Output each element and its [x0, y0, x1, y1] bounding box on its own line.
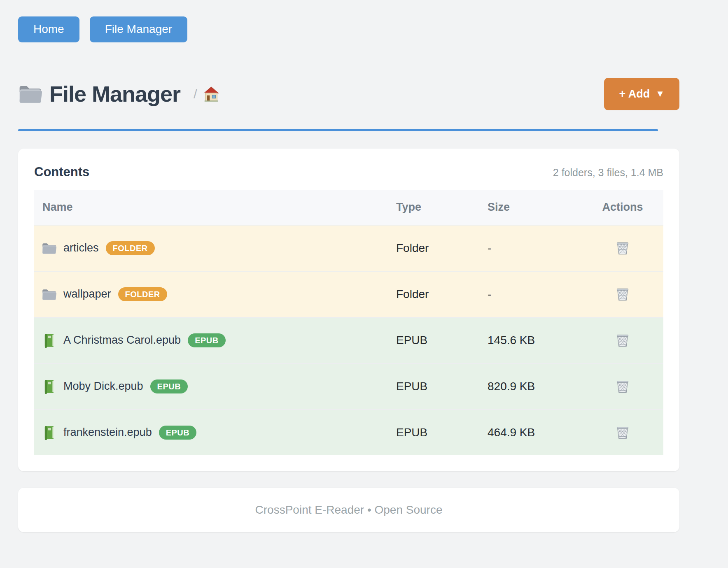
home-icon[interactable]	[203, 86, 219, 102]
book-icon	[42, 333, 56, 348]
table-header-row: Name Type Size Actions	[34, 190, 663, 225]
type-cell: Folder	[396, 288, 488, 301]
contents-card: Contents 2 folders, 3 files, 1.4 MB Name…	[18, 149, 679, 471]
files-table: Name Type Size Actions articles FOLDER F…	[34, 190, 663, 455]
item-name[interactable]: Moby Dick.epub	[63, 380, 143, 393]
file-manager-page: Home File Manager File Manager / + Add ▼…	[0, 0, 698, 532]
home-button[interactable]: Home	[18, 16, 79, 42]
table-row[interactable]: A Christmas Carol.epub EPUB EPUB 145.6 K…	[34, 317, 663, 363]
book-icon	[42, 379, 56, 394]
contents-card-header: Contents 2 folders, 3 files, 1.4 MB	[34, 165, 663, 179]
title-group: File Manager /	[18, 81, 219, 107]
name-cell: A Christmas Carol.epub EPUB	[34, 333, 396, 348]
name-cell: articles FOLDER	[34, 241, 396, 256]
add-button-label: + Add	[619, 88, 650, 100]
trash-icon	[615, 425, 630, 440]
file-manager-button[interactable]: File Manager	[90, 16, 187, 42]
contents-heading: Contents	[34, 165, 89, 179]
trash-icon	[615, 240, 630, 256]
footer-text: CrossPoint E-Reader • Open Source	[255, 503, 443, 516]
item-name[interactable]: A Christmas Carol.epub	[63, 334, 181, 347]
table-row[interactable]: wallpaper FOLDER Folder -	[34, 271, 663, 317]
folder-badge: FOLDER	[118, 287, 167, 301]
column-header-name: Name	[34, 201, 396, 214]
delete-button[interactable]	[614, 377, 632, 396]
chevron-down-icon: ▼	[656, 88, 665, 99]
delete-button[interactable]	[614, 423, 632, 442]
trash-icon	[615, 379, 630, 394]
folder-icon	[42, 287, 56, 302]
top-nav: Home File Manager	[18, 16, 698, 42]
size-cell: 820.9 KB	[488, 380, 582, 393]
epub-badge: EPUB	[150, 379, 188, 393]
page-header: File Manager / + Add ▼	[18, 78, 679, 110]
size-cell: -	[488, 242, 582, 255]
actions-cell	[582, 377, 663, 396]
column-header-actions: Actions	[582, 201, 663, 214]
table-row[interactable]: articles FOLDER Folder -	[34, 225, 663, 271]
column-header-type: Type	[396, 201, 488, 214]
footer-card: CrossPoint E-Reader • Open Source	[18, 488, 679, 532]
type-cell: EPUB	[396, 334, 488, 347]
item-name[interactable]: wallpaper	[63, 288, 111, 300]
actions-cell	[582, 239, 663, 258]
type-cell: EPUB	[396, 380, 488, 393]
book-icon	[42, 425, 56, 440]
epub-badge: EPUB	[159, 426, 197, 440]
actions-cell	[582, 331, 663, 350]
name-cell: wallpaper FOLDER	[34, 287, 396, 302]
delete-button[interactable]	[614, 239, 632, 258]
add-button[interactable]: + Add ▼	[604, 78, 679, 110]
type-cell: Folder	[396, 242, 488, 255]
breadcrumb-separator: /	[194, 86, 197, 102]
table-row[interactable]: Moby Dick.epub EPUB EPUB 820.9 KB	[34, 363, 663, 409]
name-cell: frankenstein.epub EPUB	[34, 425, 396, 440]
trash-icon	[615, 333, 630, 348]
page-title: File Manager	[49, 81, 180, 107]
folder-icon	[42, 241, 56, 256]
size-cell: 145.6 KB	[488, 334, 582, 347]
size-cell: -	[488, 288, 582, 301]
title-divider	[18, 129, 658, 131]
table-row[interactable]: frankenstein.epub EPUB EPUB 464.9 KB	[34, 409, 663, 455]
size-cell: 464.9 KB	[488, 426, 582, 439]
breadcrumb: /	[194, 86, 219, 102]
actions-cell	[582, 423, 663, 442]
epub-badge: EPUB	[188, 333, 226, 347]
type-cell: EPUB	[396, 426, 488, 439]
item-name[interactable]: frankenstein.epub	[63, 426, 152, 439]
actions-cell	[582, 285, 663, 304]
folder-icon	[18, 82, 42, 106]
contents-summary: 2 folders, 3 files, 1.4 MB	[553, 167, 663, 179]
folder-badge: FOLDER	[106, 241, 155, 255]
item-name[interactable]: articles	[63, 242, 99, 254]
delete-button[interactable]	[614, 331, 632, 350]
trash-icon	[615, 286, 630, 302]
name-cell: Moby Dick.epub EPUB	[34, 379, 396, 394]
column-header-size: Size	[488, 201, 582, 214]
delete-button[interactable]	[614, 285, 632, 304]
